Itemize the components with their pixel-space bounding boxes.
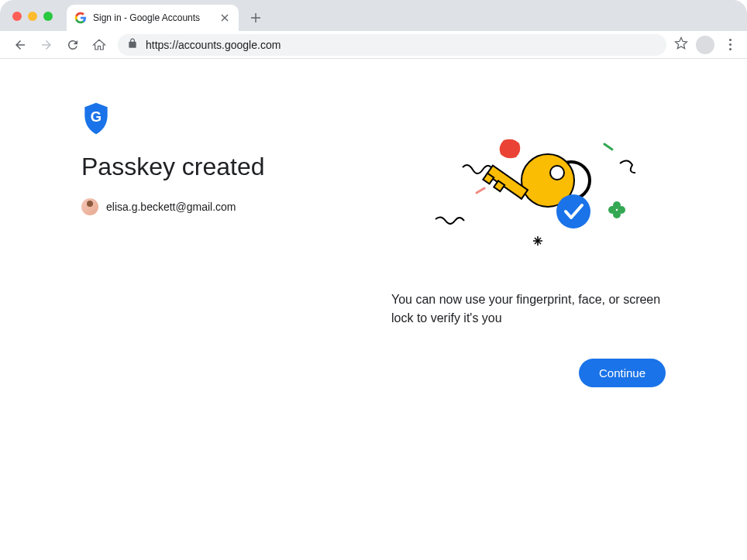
window-close-button[interactable] <box>12 12 22 21</box>
lock-icon <box>127 38 138 51</box>
browser-tab[interactable]: Sign in - Google Accounts <box>67 5 239 31</box>
back-button[interactable] <box>9 34 31 56</box>
browser-tab-strip: Sign in - Google Accounts <box>0 0 747 31</box>
svg-text:G: G <box>91 108 102 125</box>
address-bar[interactable]: https://accounts.google.com <box>118 34 666 56</box>
url-text: https://accounts.google.com <box>146 39 657 51</box>
window-controls <box>12 12 53 21</box>
new-tab-button[interactable] <box>245 7 267 29</box>
chrome-menu-button[interactable] <box>722 39 738 50</box>
google-favicon-icon <box>74 12 87 24</box>
right-column: You can now use your fingerprint, face, … <box>391 101 666 387</box>
page-content: G Passkey created elisa.g.beckett@gmail.… <box>0 59 747 418</box>
svg-point-4 <box>608 206 616 214</box>
reload-button[interactable] <box>62 34 84 56</box>
home-button[interactable] <box>88 34 110 56</box>
window-maximize-button[interactable] <box>43 12 53 21</box>
svg-line-6 <box>477 188 484 193</box>
forward-button[interactable] <box>36 34 57 56</box>
svg-point-13 <box>550 166 564 180</box>
tab-title: Sign in - Google Accounts <box>93 12 212 23</box>
toolbar-right <box>674 36 738 54</box>
profile-avatar[interactable] <box>696 36 714 54</box>
svg-point-17 <box>556 194 590 228</box>
browser-toolbar: https://accounts.google.com <box>0 31 747 59</box>
user-avatar <box>81 198 98 215</box>
description-text: You can now use your fingerprint, face, … <box>391 290 666 328</box>
svg-line-1 <box>604 144 612 149</box>
passkey-illustration <box>404 132 652 264</box>
account-chip[interactable]: elisa.g.beckett@gmail.com <box>81 198 360 215</box>
bookmark-star-icon[interactable] <box>674 36 688 53</box>
left-column: G Passkey created elisa.g.beckett@gmail.… <box>81 101 360 387</box>
window-minimize-button[interactable] <box>28 12 37 21</box>
action-row: Continue <box>391 359 666 387</box>
continue-button[interactable]: Continue <box>579 359 666 387</box>
close-tab-icon[interactable] <box>219 12 231 24</box>
account-email: elisa.g.beckett@gmail.com <box>106 201 236 213</box>
google-shield-icon: G <box>81 101 111 136</box>
svg-point-5 <box>618 206 625 214</box>
page-title: Passkey created <box>81 153 360 181</box>
